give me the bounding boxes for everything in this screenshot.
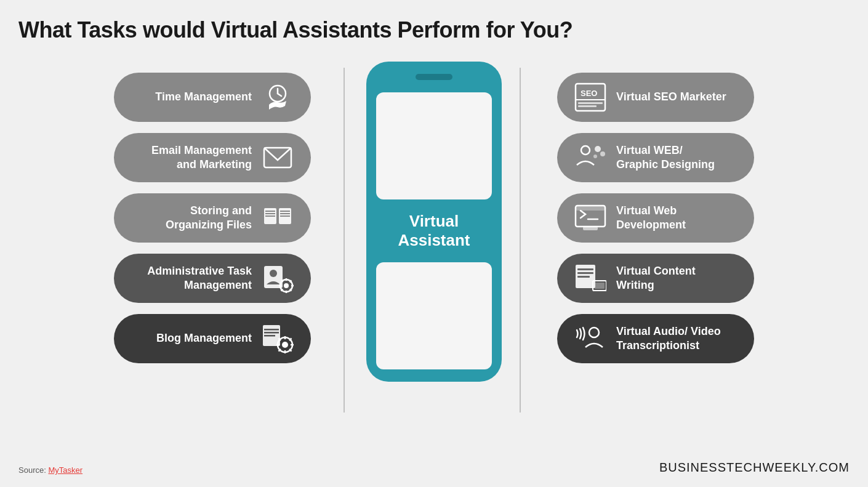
- phone-body: VirtualAssistant: [366, 62, 502, 382]
- card-seo: Virtual SEO Marketer SEO: [557, 73, 754, 122]
- footer-brand: BUSINESSTECHWEEKLY.COM: [659, 461, 850, 475]
- card-blog-management: Blog Management: [114, 314, 311, 363]
- blog-icon: [262, 323, 294, 355]
- svg-point-43: [581, 146, 590, 155]
- card-seo-label: Virtual SEO Marketer: [606, 90, 737, 104]
- svg-point-15: [284, 283, 289, 288]
- card-email-management: Email Managementand Marketing: [114, 133, 311, 182]
- card-storing-files-label: Storing andOrganizing Files: [131, 204, 262, 233]
- files-icon: [262, 202, 294, 234]
- audio-icon: [574, 323, 606, 355]
- svg-rect-57: [595, 283, 605, 289]
- svg-point-58: [589, 328, 599, 337]
- left-cards-container: Time Management Email Managementand Mark…: [114, 73, 311, 363]
- svg-text:SEO: SEO: [581, 89, 597, 98]
- right-divider: [520, 68, 521, 413]
- svg-point-13: [270, 270, 277, 277]
- svg-rect-7: [265, 215, 275, 217]
- clock-hand-icon: [262, 81, 294, 113]
- page-title: What Tasks would Virtual Assistants Perf…: [18, 17, 573, 43]
- phone-container: VirtualAssistant: [366, 62, 502, 382]
- source-label: Source:: [18, 465, 46, 475]
- svg-point-44: [595, 146, 601, 152]
- card-web-design: Virtual WEB/Graphic Designing: [557, 133, 754, 182]
- seo-icon: SEO: [574, 81, 606, 113]
- brand-light: .COM: [815, 461, 850, 474]
- webdev-icon: [574, 202, 606, 234]
- card-content-writing-label: Virtual ContentWriting: [606, 264, 737, 293]
- left-divider: [344, 68, 345, 413]
- svg-rect-48: [576, 206, 605, 211]
- card-blog-management-label: Blog Management: [131, 331, 262, 345]
- svg-point-29: [282, 342, 288, 348]
- card-web-design-label: Virtual WEB/Graphic Designing: [606, 143, 737, 172]
- right-cards-container: Virtual SEO Marketer SEO Virtual WEB/Gra…: [557, 73, 754, 363]
- svg-rect-42: [578, 105, 597, 107]
- card-content-writing: Virtual ContentWriting: [557, 254, 754, 303]
- svg-rect-11: [280, 215, 290, 217]
- webdesign-icon: [574, 142, 606, 174]
- phone-notch: [416, 74, 452, 80]
- svg-rect-27: [264, 335, 275, 337]
- footer-source: Source: MyTasker: [18, 465, 82, 475]
- card-time-management-label: Time Management: [131, 90, 262, 104]
- svg-line-2: [278, 94, 281, 96]
- svg-rect-25: [264, 329, 279, 331]
- svg-point-45: [600, 151, 605, 156]
- source-link[interactable]: MyTasker: [48, 465, 82, 475]
- svg-point-46: [593, 155, 597, 158]
- card-storing-files: Storing andOrganizing Files: [114, 193, 311, 243]
- svg-rect-54: [577, 276, 590, 278]
- svg-rect-53: [577, 272, 593, 274]
- card-email-management-label: Email Managementand Marketing: [131, 143, 262, 172]
- phone-screen-bottom: [376, 262, 492, 369]
- svg-rect-50: [583, 227, 598, 230]
- phone-label: VirtualAssistant: [398, 207, 470, 255]
- brand-bold: BUSINESSTECHWEEKLY: [659, 461, 815, 474]
- email-icon: [262, 142, 294, 174]
- svg-rect-26: [264, 332, 279, 334]
- svg-rect-52: [577, 268, 593, 270]
- card-audio-video-label: Virtual Audio/ VideoTranscriptionist: [606, 324, 737, 353]
- svg-rect-5: [265, 211, 275, 212]
- admin-icon: [262, 262, 294, 294]
- card-admin-task-label: Administrative TaskManagement: [131, 264, 262, 293]
- phone-screen-top: [376, 92, 492, 199]
- card-time-management: Time Management: [114, 73, 311, 122]
- card-admin-task: Administrative TaskManagement: [114, 254, 311, 303]
- svg-rect-10: [280, 213, 290, 214]
- writing-icon: [574, 262, 606, 294]
- card-audio-video: Virtual Audio/ VideoTranscriptionist: [557, 314, 754, 363]
- svg-rect-9: [280, 211, 290, 212]
- card-web-dev-label: Virtual WebDevelopment: [606, 204, 737, 233]
- svg-rect-6: [265, 213, 275, 214]
- svg-rect-41: [578, 102, 603, 104]
- card-web-dev: Virtual WebDevelopment: [557, 193, 754, 243]
